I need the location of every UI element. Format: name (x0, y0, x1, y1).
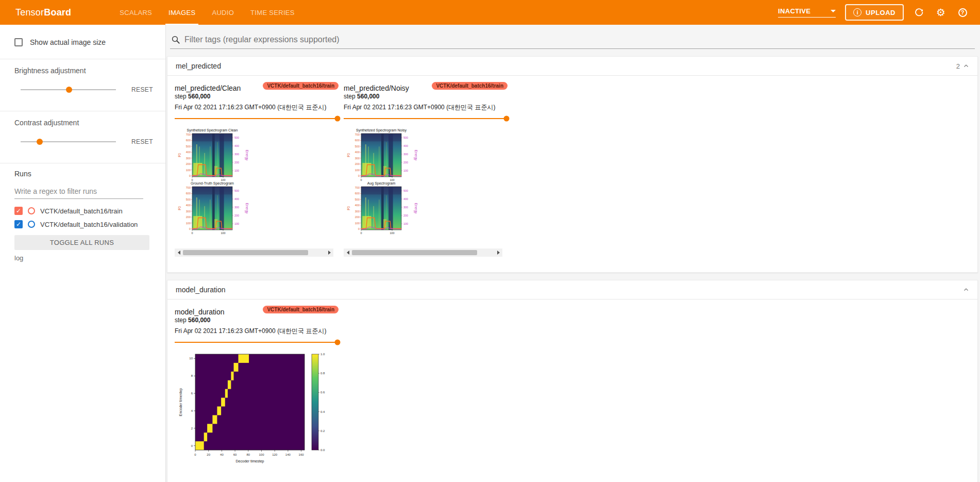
svg-text:500: 500 (186, 198, 191, 201)
show-actual-size-label: Show actual image size (30, 38, 106, 46)
section-mel-predicted: mel_predicted 2 mel_predicted/Clean step… (167, 56, 978, 273)
contrast-slider[interactable] (21, 141, 116, 142)
svg-text:100: 100 (355, 222, 360, 225)
toggle-all-runs-button[interactable]: TOGGLE ALL RUNS (14, 235, 149, 250)
step-value: 560,000 (357, 93, 379, 100)
svg-text:Energy: Energy (414, 150, 418, 161)
toolbar-right: INACTIVE i UPLOAD ⚙ ? (778, 4, 969, 21)
run-checkbox-train[interactable]: ✓ (14, 207, 23, 215)
svg-text:500: 500 (186, 145, 191, 148)
log-directory-label: log (8, 250, 157, 262)
tensorboard-logo[interactable]: TensorBoard (15, 7, 71, 18)
svg-text:0.2: 0.2 (320, 429, 325, 433)
svg-text:100: 100 (234, 169, 239, 172)
image-card-mel-clean: mel_predicted/Clean step 560,000 VCTK/de… (175, 84, 339, 257)
contrast-reset-button[interactable]: RESET (127, 135, 157, 148)
svg-text:0: 0 (358, 174, 360, 177)
tab-audio[interactable]: AUDIO (204, 0, 242, 25)
svg-text:140: 140 (285, 453, 291, 456)
step-slider[interactable] (175, 342, 337, 343)
section-mel-predicted-header[interactable]: mel_predicted 2 (167, 57, 977, 76)
tag-filter-input[interactable] (184, 35, 974, 44)
tab-time-series[interactable]: TIME SERIES (242, 0, 303, 25)
status-dropdown[interactable]: INACTIVE (778, 7, 836, 18)
svg-text:200: 200 (234, 214, 239, 217)
scroll-left-icon[interactable] (175, 248, 183, 257)
status-label: INACTIVE (778, 7, 810, 15)
svg-text:160: 160 (299, 453, 305, 456)
scroll-right-icon[interactable] (325, 248, 333, 257)
step-slider[interactable] (175, 118, 337, 119)
runs-filter-input[interactable] (14, 185, 143, 199)
scrollbar-thumb[interactable] (183, 250, 308, 255)
svg-text:400: 400 (403, 197, 408, 201)
refresh-icon[interactable] (913, 6, 925, 19)
show-actual-size-checkbox[interactable]: Show actual image size (14, 35, 157, 49)
svg-text:300: 300 (234, 153, 239, 156)
upload-button[interactable]: i UPLOAD (845, 4, 904, 21)
svg-text:200: 200 (355, 215, 360, 219)
settings-gear-icon[interactable]: ⚙ (935, 6, 947, 19)
step-value: 560,000 (188, 317, 210, 324)
main-content: mel_predicted 2 mel_predicted/Clean step… (166, 25, 980, 482)
svg-text:600: 600 (186, 192, 191, 195)
timestamp-label: Fri Apr 02 2021 17:16:23 GMT+0900 (대한민국 … (175, 327, 339, 336)
tab-scalars[interactable]: SCALARS (111, 0, 160, 25)
svg-text:0.6: 0.6 (320, 391, 325, 394)
svg-text:200: 200 (186, 162, 191, 165)
svg-text:400: 400 (234, 197, 239, 201)
svg-text:0: 0 (191, 444, 193, 447)
run-radio-validation[interactable] (28, 221, 35, 228)
info-icon: i (853, 8, 861, 16)
collapse-chevron-icon[interactable] (963, 63, 969, 69)
scrollbar-thumb[interactable] (352, 250, 477, 255)
step-label: step (175, 93, 187, 100)
svg-text:600: 600 (355, 192, 360, 195)
svg-text:700: 700 (355, 186, 360, 189)
svg-text:0: 0 (360, 178, 362, 181)
help-icon[interactable]: ? (956, 6, 969, 19)
svg-text:Synthetized Spectrogram Clean: Synthetized Spectrogram Clean (187, 128, 238, 132)
run-label-train: VCTK/default_batch16/train (40, 207, 123, 215)
checkbox-unchecked-icon[interactable] (14, 38, 23, 46)
run-radio-train[interactable] (28, 207, 35, 214)
svg-text:400: 400 (186, 151, 191, 154)
svg-text:600: 600 (186, 139, 191, 142)
svg-text:300: 300 (186, 210, 191, 213)
svg-text:120: 120 (272, 453, 278, 456)
horizontal-scrollbar[interactable] (344, 248, 502, 257)
collapse-chevron-icon[interactable] (963, 287, 969, 293)
svg-text:300: 300 (234, 206, 239, 209)
svg-text:700: 700 (186, 133, 191, 136)
svg-text:F0: F0 (178, 206, 181, 210)
brightness-reset-button[interactable]: RESET (127, 83, 157, 96)
horizontal-scrollbar[interactable] (175, 248, 333, 257)
step-slider-thumb[interactable] (335, 116, 341, 122)
tab-images[interactable]: IMAGES (160, 0, 204, 25)
toolbar: TensorBoard SCALARS IMAGES AUDIO TIME SE… (0, 0, 980, 25)
contrast-slider-thumb[interactable] (37, 139, 43, 145)
run-row-train[interactable]: ✓ VCTK/default_batch16/train (14, 204, 157, 218)
run-row-validation[interactable]: ✓ VCTK/default_batch16/validation (14, 218, 157, 231)
svg-text:8: 8 (191, 374, 193, 377)
svg-text:100: 100 (259, 453, 264, 456)
brightness-slider-thumb[interactable] (66, 87, 72, 93)
svg-text:1.0: 1.0 (320, 353, 325, 356)
runs-title: Runs (14, 170, 157, 178)
scroll-left-icon[interactable] (344, 248, 352, 257)
section-title: model_duration (176, 286, 226, 294)
spectrogram-figure-clean: Synthetized Spectrogram Clean70060050040… (175, 127, 339, 240)
step-slider[interactable] (344, 118, 506, 119)
scroll-right-icon[interactable] (494, 248, 502, 257)
svg-text:200: 200 (234, 161, 239, 164)
contrast-label: Contrast adjustment (14, 119, 157, 127)
step-slider-thumb[interactable] (335, 340, 341, 345)
step-slider-thumb[interactable] (504, 116, 510, 122)
section-model-duration-header[interactable]: model_duration (167, 280, 977, 300)
svg-text:F0: F0 (347, 153, 350, 157)
svg-text:100: 100 (234, 222, 239, 225)
section-card-count: 2 (956, 62, 960, 70)
svg-text:F0: F0 (347, 206, 350, 210)
run-checkbox-validation[interactable]: ✓ (14, 220, 23, 228)
brightness-slider[interactable] (21, 89, 116, 90)
